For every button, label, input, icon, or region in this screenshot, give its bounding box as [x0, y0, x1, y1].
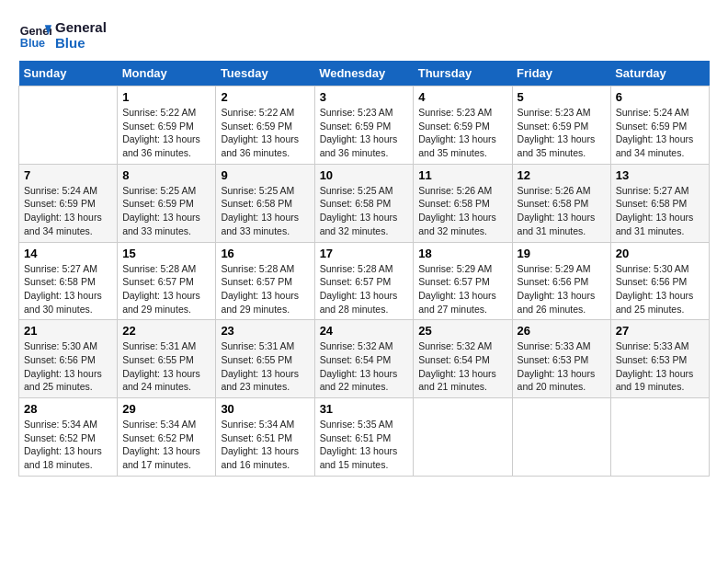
day-number: 9 [221, 168, 309, 182]
sunset-label: Sunset: 6:51 PM [221, 432, 292, 443]
day-info: Sunrise: 5:31 AM Sunset: 6:55 PM Dayligh… [122, 339, 210, 394]
column-header-tuesday: Tuesday [216, 61, 314, 86]
calendar-cell: 27 Sunrise: 5:33 AM Sunset: 6:53 PM Dayl… [610, 320, 709, 398]
daylight-label: Daylight: 13 hours and 24 minutes. [122, 368, 200, 393]
sunrise-label: Sunrise: 5:29 AM [418, 263, 492, 274]
day-info: Sunrise: 5:23 AM Sunset: 6:59 PM Dayligh… [320, 106, 409, 160]
logo-line2: Blue [55, 35, 107, 51]
calendar-cell: 31 Sunrise: 5:35 AM Sunset: 6:51 PM Dayl… [314, 398, 414, 477]
day-info: Sunrise: 5:34 AM Sunset: 6:51 PM Dayligh… [221, 418, 309, 472]
sunset-label: Sunset: 6:59 PM [122, 198, 194, 209]
sunset-label: Sunset: 6:59 PM [320, 121, 392, 132]
day-number: 6 [616, 90, 704, 104]
day-info: Sunrise: 5:31 AM Sunset: 6:55 PM Dayligh… [221, 339, 309, 394]
day-number: 8 [122, 168, 210, 182]
day-number: 17 [320, 247, 409, 260]
week-row-3: 14 Sunrise: 5:27 AM Sunset: 6:58 PM Dayl… [19, 242, 710, 320]
sunset-label: Sunset: 6:54 PM [418, 354, 490, 365]
sunrise-label: Sunrise: 5:22 AM [122, 107, 196, 118]
column-header-wednesday: Wednesday [314, 61, 414, 86]
sunset-label: Sunset: 6:51 PM [320, 432, 392, 443]
week-row-1: 1 Sunrise: 5:22 AM Sunset: 6:59 PM Dayli… [19, 86, 710, 165]
day-number: 30 [221, 402, 309, 416]
daylight-label: Daylight: 13 hours and 30 minutes. [24, 290, 102, 315]
day-info: Sunrise: 5:27 AM Sunset: 6:58 PM Dayligh… [24, 262, 112, 316]
day-number: 14 [24, 247, 112, 260]
calendar-cell: 12 Sunrise: 5:26 AM Sunset: 6:58 PM Dayl… [512, 164, 610, 242]
day-number: 2 [221, 90, 309, 104]
daylight-label: Daylight: 13 hours and 25 minutes. [24, 368, 102, 393]
sunset-label: Sunset: 6:57 PM [221, 276, 292, 287]
day-number: 16 [221, 247, 309, 260]
day-info: Sunrise: 5:23 AM Sunset: 6:59 PM Dayligh… [518, 106, 606, 160]
day-info: Sunrise: 5:35 AM Sunset: 6:51 PM Dayligh… [320, 418, 409, 472]
daylight-label: Daylight: 13 hours and 16 minutes. [221, 445, 299, 470]
calendar-cell: 24 Sunrise: 5:32 AM Sunset: 6:54 PM Dayl… [314, 320, 414, 398]
day-number: 15 [122, 247, 210, 260]
calendar-cell: 13 Sunrise: 5:27 AM Sunset: 6:58 PM Dayl… [610, 164, 709, 242]
daylight-label: Daylight: 13 hours and 28 minutes. [320, 290, 398, 315]
daylight-label: Daylight: 13 hours and 31 minutes. [616, 212, 694, 236]
calendar-cell: 21 Sunrise: 5:30 AM Sunset: 6:56 PM Dayl… [19, 320, 118, 398]
daylight-label: Daylight: 13 hours and 22 minutes. [320, 368, 398, 393]
sunset-label: Sunset: 6:56 PM [24, 354, 96, 365]
day-number: 12 [518, 168, 606, 182]
day-number: 5 [518, 90, 606, 104]
daylight-label: Daylight: 13 hours and 27 minutes. [418, 290, 496, 315]
daylight-label: Daylight: 13 hours and 35 minutes. [418, 133, 496, 158]
daylight-label: Daylight: 13 hours and 29 minutes. [221, 290, 299, 315]
column-header-friday: Friday [512, 61, 610, 86]
daylight-label: Daylight: 13 hours and 34 minutes. [616, 133, 694, 158]
sunrise-label: Sunrise: 5:35 AM [320, 419, 393, 430]
calendar-cell: 23 Sunrise: 5:31 AM Sunset: 6:55 PM Dayl… [216, 320, 314, 398]
calendar-cell: 2 Sunrise: 5:22 AM Sunset: 6:59 PM Dayli… [216, 86, 314, 165]
day-number: 18 [418, 247, 506, 260]
daylight-label: Daylight: 13 hours and 20 minutes. [518, 368, 596, 393]
sunrise-label: Sunrise: 5:33 AM [616, 340, 689, 351]
sunrise-label: Sunrise: 5:27 AM [616, 185, 689, 196]
sunrise-label: Sunrise: 5:31 AM [221, 340, 294, 351]
daylight-label: Daylight: 13 hours and 23 minutes. [221, 368, 299, 393]
day-info: Sunrise: 5:26 AM Sunset: 6:58 PM Dayligh… [518, 184, 606, 238]
daylight-label: Daylight: 13 hours and 32 minutes. [418, 212, 496, 236]
calendar-cell: 20 Sunrise: 5:30 AM Sunset: 6:56 PM Dayl… [610, 242, 709, 320]
calendar-cell [610, 398, 709, 477]
sunset-label: Sunset: 6:54 PM [320, 354, 392, 365]
calendar-cell: 9 Sunrise: 5:25 AM Sunset: 6:58 PM Dayli… [216, 164, 314, 242]
sunrise-label: Sunrise: 5:34 AM [122, 419, 196, 430]
calendar-cell: 16 Sunrise: 5:28 AM Sunset: 6:57 PM Dayl… [216, 242, 314, 320]
day-info: Sunrise: 5:27 AM Sunset: 6:58 PM Dayligh… [616, 184, 704, 238]
sunset-label: Sunset: 6:58 PM [221, 198, 292, 209]
calendar-cell [414, 398, 512, 477]
sunrise-label: Sunrise: 5:22 AM [221, 107, 294, 118]
sunrise-label: Sunrise: 5:28 AM [122, 263, 196, 274]
sunset-label: Sunset: 6:53 PM [518, 354, 589, 365]
sunset-label: Sunset: 6:57 PM [320, 276, 392, 287]
daylight-label: Daylight: 13 hours and 17 minutes. [122, 445, 200, 470]
daylight-label: Daylight: 13 hours and 21 minutes. [418, 368, 496, 393]
week-row-4: 21 Sunrise: 5:30 AM Sunset: 6:56 PM Dayl… [19, 320, 710, 398]
daylight-label: Daylight: 13 hours and 36 minutes. [320, 133, 398, 158]
calendar-cell: 4 Sunrise: 5:23 AM Sunset: 6:59 PM Dayli… [414, 86, 512, 165]
calendar-cell: 5 Sunrise: 5:23 AM Sunset: 6:59 PM Dayli… [512, 86, 610, 165]
day-info: Sunrise: 5:32 AM Sunset: 6:54 PM Dayligh… [320, 339, 409, 394]
sunrise-label: Sunrise: 5:26 AM [518, 185, 591, 196]
calendar-cell [19, 86, 118, 165]
sunrise-label: Sunrise: 5:25 AM [221, 185, 294, 196]
daylight-label: Daylight: 13 hours and 33 minutes. [221, 212, 299, 236]
sunrise-label: Sunrise: 5:28 AM [320, 263, 393, 274]
calendar-cell: 1 Sunrise: 5:22 AM Sunset: 6:59 PM Dayli… [118, 86, 216, 165]
sunrise-label: Sunrise: 5:26 AM [418, 185, 492, 196]
sunrise-label: Sunrise: 5:32 AM [418, 340, 492, 351]
day-number: 19 [518, 247, 606, 260]
day-info: Sunrise: 5:24 AM Sunset: 6:59 PM Dayligh… [616, 106, 704, 160]
calendar-table: SundayMondayTuesdayWednesdayThursdayFrid… [18, 61, 710, 477]
sunset-label: Sunset: 6:59 PM [24, 198, 96, 209]
sunrise-label: Sunrise: 5:25 AM [320, 185, 393, 196]
day-info: Sunrise: 5:29 AM Sunset: 6:57 PM Dayligh… [418, 262, 506, 316]
logo-icon: General Blue [18, 18, 51, 52]
sunrise-label: Sunrise: 5:31 AM [122, 340, 196, 351]
daylight-label: Daylight: 13 hours and 31 minutes. [518, 212, 596, 236]
day-number: 10 [320, 168, 409, 182]
column-header-saturday: Saturday [610, 61, 709, 86]
